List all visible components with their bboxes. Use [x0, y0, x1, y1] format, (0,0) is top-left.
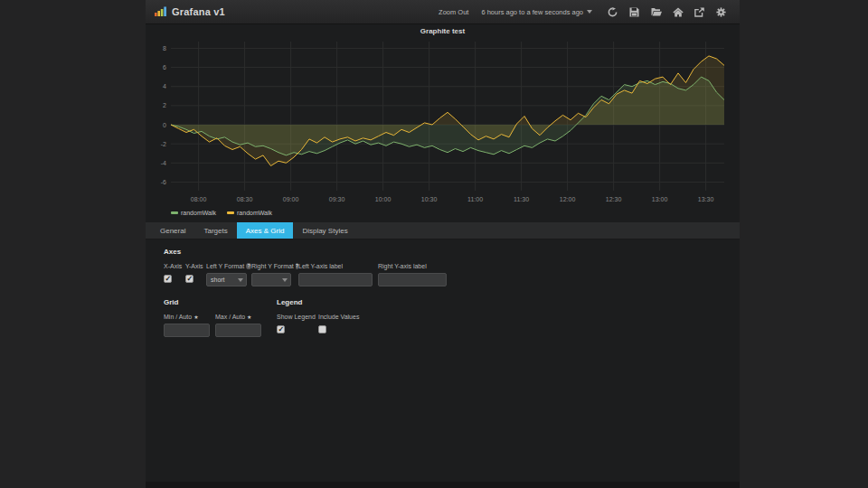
svg-text:13:00: 13:00 — [652, 196, 668, 202]
folder-open-icon[interactable] — [650, 6, 662, 18]
svg-text:12:00: 12:00 — [560, 196, 576, 202]
share-icon[interactable] — [693, 6, 705, 18]
star-icon[interactable]: ★ — [247, 314, 251, 320]
svg-text:0: 0 — [163, 122, 166, 128]
right-y-format-group: Right Y Format ? — [251, 263, 298, 286]
svg-text:11:30: 11:30 — [514, 196, 529, 202]
time-range-label: 6 hours ago to a few seconds ago — [481, 8, 583, 16]
grid-section: Grid Min / Auto ★ Max / Auto ★ — [164, 298, 277, 337]
series-label: randomWalk — [181, 210, 216, 216]
grid-min-input[interactable] — [164, 324, 210, 337]
chevron-down-icon — [587, 10, 592, 14]
tab-targets[interactable]: Targets — [194, 222, 236, 239]
svg-text:13:30: 13:30 — [698, 196, 714, 202]
star-icon[interactable]: ★ — [193, 314, 198, 320]
svg-text:-2: -2 — [161, 141, 166, 147]
y-axis-checkbox[interactable] — [185, 275, 193, 283]
axes-form-row: X-Axis Y-Axis Left Y Format ? short — [164, 263, 740, 286]
gear-icon[interactable] — [715, 6, 727, 18]
grid-max-group: Max / Auto ★ — [215, 314, 261, 337]
refresh-icon[interactable] — [607, 6, 618, 18]
zoom-out-button[interactable]: Zoom Out — [439, 8, 468, 16]
left-y-axis-label-input[interactable] — [298, 273, 373, 286]
svg-text:09:00: 09:00 — [283, 196, 299, 202]
dashboard-page: Grafana v1 Zoom Out 6 hours ago to a few… — [146, 0, 740, 488]
right-y-format-label: Right Y Format ? — [251, 263, 298, 269]
include-values-label: Include Values — [318, 314, 359, 320]
legend-section: Legend Show Legend Include Values — [277, 298, 359, 333]
svg-text:8: 8 — [163, 45, 166, 52]
panel-bottom-edge — [146, 482, 740, 488]
svg-text:11:00: 11:00 — [467, 196, 483, 202]
chart-svg: 86420-2-4-608:0008:3009:0009:3010:0010:3… — [146, 36, 735, 206]
navbar: Grafana v1 Zoom Out 6 hours ago to a few… — [146, 0, 740, 24]
include-values-group: Include Values — [318, 314, 359, 333]
save-icon[interactable] — [628, 6, 640, 18]
app-title: Grafana v1 — [172, 6, 225, 17]
svg-text:10:30: 10:30 — [421, 196, 438, 202]
series-color-chip — [171, 211, 178, 214]
svg-text:2: 2 — [163, 102, 166, 108]
axes-section-heading: Axes — [164, 248, 740, 256]
svg-text:08:00: 08:00 — [191, 196, 207, 202]
panel-title[interactable]: Graphite test — [146, 24, 740, 36]
navbar-icon-buttons — [607, 6, 727, 18]
chevron-down-icon — [238, 278, 243, 282]
right-y-axis-label-input[interactable] — [378, 273, 447, 286]
series-color-chip — [227, 211, 234, 214]
chevron-down-icon — [282, 278, 288, 282]
show-legend-checkbox[interactable] — [277, 325, 285, 333]
series-label: randomWalk — [237, 210, 272, 216]
right-y-axis-label-group: Right Y-axis label — [378, 263, 450, 286]
chart-canvas[interactable]: 86420-2-4-608:0008:3009:0009:3010:0010:3… — [146, 36, 740, 210]
show-legend-group: Show Legend — [277, 314, 318, 333]
brand[interactable]: Grafana v1 — [155, 4, 225, 20]
svg-text:-6: -6 — [161, 179, 166, 185]
grid-min-group: Min / Auto ★ — [164, 314, 215, 337]
svg-text:12:30: 12:30 — [606, 196, 622, 202]
svg-text:08:30: 08:30 — [237, 196, 253, 202]
legend-section-heading: Legend — [277, 298, 359, 306]
x-axis-checkbox[interactable] — [164, 275, 172, 283]
right-y-format-select[interactable] — [251, 273, 291, 286]
legend-item[interactable]: randomWalk — [171, 210, 216, 216]
left-y-axis-label: Left Y-axis label — [298, 263, 378, 269]
axes-grid-editor: Axes X-Axis Y-Axis Left Y Format ? short — [146, 239, 740, 337]
left-y-axis-label-group: Left Y-axis label — [298, 263, 378, 286]
y-axis-label: Y-Axis — [185, 263, 206, 269]
svg-text:10:00: 10:00 — [375, 196, 392, 202]
legend-item[interactable]: randomWalk — [227, 210, 272, 216]
grid-min-label: Min / Auto ★ — [164, 314, 215, 320]
left-y-format-group: Left Y Format ? short — [206, 263, 251, 286]
grid-section-heading: Grid — [164, 298, 277, 306]
include-values-checkbox[interactable] — [318, 325, 326, 333]
left-y-format-label: Left Y Format ? — [206, 263, 251, 269]
tab-axes-grid[interactable]: Axes & Grid — [237, 222, 294, 239]
tab-general[interactable]: General — [151, 222, 194, 239]
svg-text:-4: -4 — [161, 160, 166, 166]
show-legend-label: Show Legend — [277, 314, 318, 320]
right-y-axis-label: Right Y-axis label — [378, 263, 450, 269]
tab-display-styles[interactable]: Display Styles — [293, 222, 356, 239]
svg-text:4: 4 — [163, 83, 166, 89]
grid-max-label: Max / Auto ★ — [215, 314, 261, 320]
time-range-picker[interactable]: 6 hours ago to a few seconds ago — [481, 8, 592, 16]
editor-tabs: General Targets Axes & Grid Display Styl… — [146, 222, 740, 239]
grid-max-input[interactable] — [215, 324, 261, 337]
svg-text:6: 6 — [163, 64, 166, 70]
navbar-right: Zoom Out 6 hours ago to a few seconds ag… — [439, 6, 727, 18]
y-axis-group: Y-Axis — [185, 263, 206, 283]
x-axis-group: X-Axis — [164, 263, 185, 283]
grid-legend-row: Grid Min / Auto ★ Max / Auto ★ — [164, 298, 740, 337]
home-icon[interactable] — [672, 6, 684, 18]
svg-text:09:30: 09:30 — [329, 196, 345, 202]
grafana-logo-icon — [155, 4, 167, 20]
left-y-format-select[interactable]: short — [206, 273, 247, 286]
x-axis-label: X-Axis — [164, 263, 185, 269]
